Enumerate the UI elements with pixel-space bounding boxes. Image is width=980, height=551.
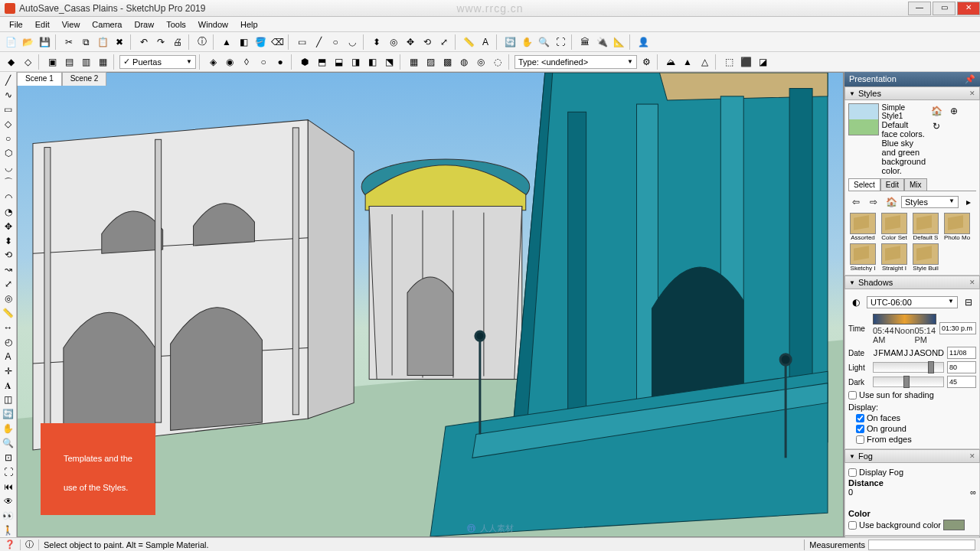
layer1-icon[interactable]: ◆ [3,54,18,70]
tool-zoom-icon[interactable]: 🔍 [2,437,15,450]
style-item-0[interactable]: Assorted [848,213,877,241]
scene-tab-1[interactable]: Scene 1 [17,72,62,86]
erase-icon[interactable]: ⌫ [270,34,285,50]
tool-position-icon[interactable]: 👁 [2,494,15,507]
tool-poly-icon[interactable]: ⬡ [2,147,15,160]
solid1-icon[interactable]: ⬚ [721,54,737,70]
rotate-icon[interactable]: ⟲ [420,34,435,50]
time-slider[interactable] [873,314,936,324]
style2-icon[interactable]: ◉ [222,54,237,70]
tool-rect-icon[interactable]: ▭ [2,103,15,116]
circle-icon[interactable]: ○ [328,34,343,50]
shadows-header[interactable]: ▼Shadows✕ [844,276,980,289]
arc-icon[interactable]: ◡ [345,34,360,50]
tool-protractor-icon[interactable]: ◴ [2,335,15,348]
close-button[interactable]: ✕ [957,2,980,15]
paste-icon[interactable]: 📋 [95,34,110,50]
zoom-extents-icon[interactable]: ⛶ [553,34,568,50]
shaded-icon[interactable]: ◍ [456,54,472,70]
tool-zoomext-icon[interactable]: ⛶ [2,466,15,479]
style1-icon[interactable]: ◈ [205,54,220,70]
ext-warehouse-icon[interactable]: 🔌 [594,34,609,50]
style3-icon[interactable]: ◊ [239,54,254,70]
date-input[interactable] [947,347,976,359]
nav-back-icon[interactable]: ⇦ [848,194,864,210]
component-icon[interactable]: ◧ [236,34,251,50]
maximize-button[interactable]: ▭ [933,2,956,15]
fog-close-icon[interactable]: ✕ [969,452,975,460]
mono-icon[interactable]: ◌ [490,54,505,70]
copy-icon[interactable]: ⧉ [78,34,93,50]
menu-camera[interactable]: Camera [86,18,128,31]
orbit-icon[interactable]: 🔄 [502,34,518,50]
open-icon[interactable]: 📂 [20,34,35,50]
menu-file[interactable]: File [3,18,29,31]
model-info-icon[interactable]: ⓘ [194,34,210,50]
fog-header[interactable]: ▼Fog✕ [844,449,980,463]
dark-slider[interactable] [873,377,944,387]
tool-text-icon[interactable]: A [2,350,15,363]
panel-header[interactable]: Presentation 📌 [844,72,980,86]
fog-color-swatch[interactable] [943,520,965,530]
tool-section-icon[interactable]: ◫ [2,393,15,406]
geo-icon[interactable]: ⓘ [25,539,34,550]
tool-line-icon[interactable]: ╱ [2,74,15,87]
styles-dropdown[interactable]: Styles▼ [901,196,959,208]
styles-tab-select[interactable]: Select [848,178,880,191]
style-thumb[interactable] [848,103,879,135]
style-item-1[interactable]: Color Set [880,213,909,241]
shadow-toggle-icon[interactable]: ◐ [848,295,864,310]
scene-tab-2[interactable]: Scene 2 [62,72,107,86]
menu-help[interactable]: Help [234,18,264,31]
print-icon[interactable]: 🖨 [170,34,185,50]
move-icon[interactable]: ✥ [403,34,418,50]
layout-icon[interactable]: 📐 [611,34,626,50]
tool-scale-icon[interactable]: ⤢ [2,278,15,291]
tool-look-icon[interactable]: 👀 [2,509,15,522]
style-new-icon[interactable]: ⊕ [946,103,962,119]
line-icon[interactable]: ╱ [311,34,326,50]
layer4-icon[interactable]: ▤ [61,54,77,70]
layer5-icon[interactable]: ▥ [78,54,93,70]
style-update-icon[interactable]: 🏠 [929,103,944,119]
styles-tab-edit[interactable]: Edit [880,178,904,191]
view-top-icon[interactable]: ⬒ [314,54,329,70]
tz-dropdown[interactable]: UTC-06:00▼ [867,296,958,308]
hidden-icon[interactable]: ▩ [439,54,455,70]
dark-input[interactable] [947,376,976,388]
tool-circle-icon[interactable]: ○ [2,132,15,145]
display-fog-check[interactable] [848,468,857,477]
tool-move-icon[interactable]: ✥ [2,220,15,233]
view-front-icon[interactable]: ⬓ [331,54,346,70]
use-bg-check[interactable] [848,521,857,530]
tape-icon[interactable]: 📏 [461,34,476,50]
style-item-4[interactable]: Sketchy I [848,243,877,272]
menu-edit[interactable]: Edit [29,18,56,31]
menu-window[interactable]: Window [192,18,234,31]
on-ground-check[interactable] [856,425,864,433]
layer3-icon[interactable]: ▣ [44,54,60,70]
view-left-icon[interactable]: ⬔ [381,54,397,70]
tool-pie-icon[interactable]: ◔ [2,205,15,218]
paint-icon[interactable]: 🪣 [253,34,268,50]
tool-rotate-icon[interactable]: ⟲ [2,249,15,262]
type-combo[interactable]: Type: <undefined> ▼ [514,55,637,69]
use-sun-check[interactable] [848,391,857,399]
minimize-button[interactable]: — [908,2,931,15]
from-edges-check[interactable] [856,435,864,444]
xray-icon[interactable]: ▦ [406,54,421,70]
tool-follow-icon[interactable]: ↝ [2,263,15,276]
view-right-icon[interactable]: ◨ [348,54,363,70]
styles-close-icon[interactable]: ✕ [969,90,975,97]
texture-icon[interactable]: ◎ [473,54,488,70]
viewport[interactable]: Templates and the use of the Styles. [17,72,844,537]
tool-rotrect-icon[interactable]: ◇ [2,118,15,131]
sandbox2-icon[interactable]: ▲ [680,54,695,70]
on-faces-check[interactable] [856,414,864,422]
help-icon[interactable]: ❓ [5,540,15,549]
tool-arc-icon[interactable]: ◡ [2,161,15,174]
tool-dim-icon[interactable]: ↔ [2,321,15,334]
tool-pan-icon[interactable]: ✋ [2,422,15,435]
style4-icon[interactable]: ○ [256,54,271,70]
style-item-6[interactable]: Style Buil [911,243,940,272]
